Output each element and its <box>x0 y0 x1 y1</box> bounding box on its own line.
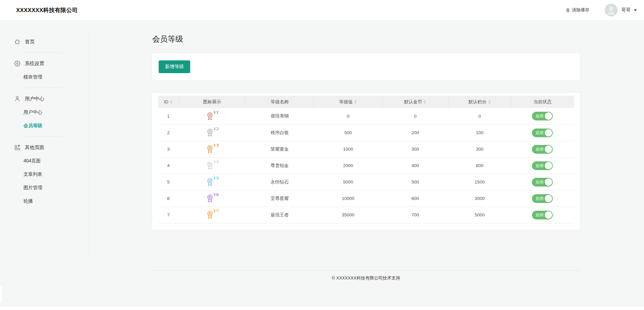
navbar-right: 清除缓存 哥哥 <box>566 4 637 16</box>
sidebar-item-label: 404页面 <box>23 158 41 163</box>
sidebar-item-article-list[interactable]: 文章列表 <box>0 167 89 181</box>
toggle-knob <box>545 211 552 219</box>
sidebar-item-label: 其他页面 <box>25 144 44 151</box>
status-toggle[interactable]: 启用 <box>532 112 553 120</box>
sidebar-item-carousel[interactable]: 轮播 <box>0 194 89 208</box>
column-header-label: 默认积分 <box>469 99 487 104</box>
cell-level-value: 0 <box>314 108 382 124</box>
sidebar-item-member-level[interactable]: 会员等级 <box>0 119 89 132</box>
sidebar-item-system-settings[interactable]: 系统设置 <box>0 57 89 70</box>
cell-level-value: 10000 <box>314 190 382 207</box>
medal-icon: V5 <box>205 177 219 186</box>
scrollbar-thumb[interactable] <box>0 286 2 301</box>
sidebar: 首页 系统设置 模块管理 用户中心 用户中心 会员等级 其他页面 404页面 文… <box>0 20 89 307</box>
status-toggle[interactable]: 启用 <box>532 161 553 170</box>
medal-icon: V6 <box>205 193 219 203</box>
column-header-default-points[interactable]: 默认积分 <box>448 96 511 108</box>
cell-id: 4 <box>158 157 179 174</box>
app-root: XXXXXXX科技有限公司 清除缓存 哥哥 <box>0 0 644 307</box>
user-icon <box>14 96 20 102</box>
add-level-button[interactable]: 新增等级 <box>159 60 190 73</box>
cell-level-value: 1000 <box>314 141 382 157</box>
column-header-level-value[interactable]: 等级值 <box>314 96 382 108</box>
cell-level-value: 35000 <box>314 207 382 223</box>
sidebar-item-404-page[interactable]: 404页面 <box>0 154 89 167</box>
sidebar-item-label: 用户中心 <box>23 109 42 115</box>
main-content: 会员等级 新增等级 ID 图标展示 等级名称 等级值 默认金币 默认积分 当前状… <box>89 20 644 307</box>
sidebar-item-label: 用户中心 <box>25 96 44 102</box>
cell-default-gold: 500 <box>382 174 448 190</box>
status-toggle[interactable]: 启用 <box>532 194 553 203</box>
column-header-label: 当前状态 <box>534 99 552 104</box>
home-icon <box>14 39 20 45</box>
sidebar-item-home[interactable]: 首页 <box>0 35 89 48</box>
sort-icon <box>354 100 357 104</box>
column-header-label: 图标展示 <box>203 99 221 104</box>
user-menu[interactable]: 哥哥 <box>605 4 637 16</box>
cell-id: 7 <box>158 207 179 223</box>
medal-level-label: V1 <box>213 110 218 115</box>
sidebar-item-module-management[interactable]: 模块管理 <box>0 70 89 84</box>
column-header-id[interactable]: ID <box>158 96 179 108</box>
cell-status: 启用 <box>511 141 574 157</box>
toggle-label: 启用 <box>535 113 543 119</box>
medal-level-label: V3 <box>213 143 218 148</box>
sidebar-item-other-pages[interactable]: 其他页面 <box>0 141 89 154</box>
cell-level-value: 500 <box>314 124 382 141</box>
cell-id: 3 <box>158 141 179 157</box>
toggle-knob <box>545 195 552 202</box>
column-header-label: ID <box>164 99 169 104</box>
status-toggle[interactable]: 启用 <box>532 211 553 219</box>
medal-icon: V4 <box>205 160 219 170</box>
cell-default-points: 1500 <box>448 174 511 190</box>
cell-level-value: 5000 <box>314 174 382 190</box>
cell-default-gold: 200 <box>382 124 448 141</box>
medal-level-label: V4 <box>213 160 218 164</box>
sidebar-item-label: 轮播 <box>23 198 33 204</box>
table-row: 6 V6 至尊星耀 10000 600 3000 启用 <box>158 190 574 207</box>
cell-status: 启用 <box>511 157 574 174</box>
sidebar-item-image-management[interactable]: 图片管理 <box>0 181 89 194</box>
medal-icon: V1 <box>205 111 219 120</box>
medal-icon: V3 <box>205 144 219 153</box>
cell-icon: V6 <box>179 190 245 207</box>
medal-icon: V2 <box>205 127 219 137</box>
status-toggle[interactable]: 启用 <box>532 128 553 137</box>
table-row: 4 V4 尊贵铂金 2000 400 800 启用 <box>158 157 574 174</box>
medal-icon: V7 <box>205 210 219 219</box>
cell-id: 6 <box>158 190 179 207</box>
sidebar-item-label: 会员等级 <box>23 123 42 128</box>
sort-icon <box>488 100 491 104</box>
toolbar-card: 新增等级 <box>152 53 580 81</box>
cell-default-points: 0 <box>448 108 511 124</box>
sidebar-item-label: 文章列表 <box>23 171 42 177</box>
sort-icon <box>170 100 173 104</box>
toggle-knob <box>545 162 552 169</box>
cell-status: 启用 <box>511 207 574 223</box>
cell-level-name: 秩序白银 <box>245 124 314 141</box>
brand-logo[interactable]: XXXXXXX科技有限公司 <box>16 6 78 14</box>
table-card: ID 图标展示 等级名称 等级值 默认金币 默认积分 当前状态 1 V1 倔强青… <box>152 92 580 230</box>
column-header-label: 等级值 <box>339 99 353 104</box>
column-header-default-gold[interactable]: 默认金币 <box>382 96 448 108</box>
cell-status: 启用 <box>511 124 574 141</box>
clear-cache-button[interactable]: 清除缓存 <box>566 7 589 13</box>
toggle-label: 启用 <box>535 146 543 152</box>
toggle-knob <box>545 178 552 186</box>
sort-icon <box>423 100 426 104</box>
table-row: 2 V2 秩序白银 500 200 100 启用 <box>158 124 574 141</box>
member-level-table: ID 图标展示 等级名称 等级值 默认金币 默认积分 当前状态 1 V1 倔强青… <box>158 96 574 223</box>
toggle-label: 启用 <box>535 212 543 218</box>
sidebar-item-label: 系统设置 <box>25 60 44 67</box>
cell-icon: V1 <box>179 108 245 124</box>
cell-level-name: 最强王者 <box>245 207 314 223</box>
medal-level-label: V6 <box>213 193 218 197</box>
column-header-level-name: 等级名称 <box>245 96 314 108</box>
cell-default-points: 800 <box>448 157 511 174</box>
sidebar-nav: 首页 系统设置 模块管理 用户中心 用户中心 会员等级 其他页面 404页面 文… <box>0 35 89 208</box>
grid-icon <box>14 144 20 151</box>
sidebar-item-user-center-sub[interactable]: 用户中心 <box>0 105 89 119</box>
status-toggle[interactable]: 启用 <box>532 178 553 187</box>
sidebar-item-user-center[interactable]: 用户中心 <box>0 92 89 105</box>
status-toggle[interactable]: 启用 <box>532 145 553 154</box>
